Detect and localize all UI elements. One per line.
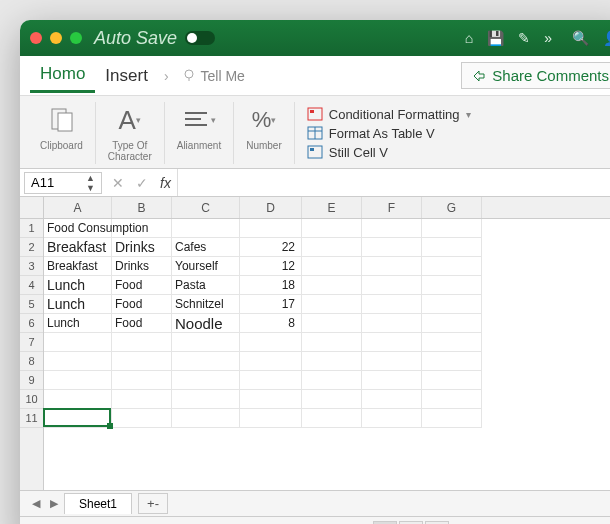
cell[interactable] <box>422 257 482 276</box>
cell[interactable] <box>240 409 302 428</box>
cell[interactable] <box>240 352 302 371</box>
cell[interactable]: Pasta <box>172 276 240 295</box>
cell[interactable]: Lunch <box>44 314 112 333</box>
page-break-view-button[interactable] <box>425 521 449 525</box>
row-header[interactable]: 10 <box>20 390 43 409</box>
cell[interactable] <box>302 257 362 276</box>
cell[interactable]: 12 <box>240 257 302 276</box>
cell[interactable]: Breakfast <box>44 238 112 257</box>
tell-me-search[interactable]: Tell Me <box>181 68 245 84</box>
user-icon[interactable]: 👤 <box>603 30 610 46</box>
cell[interactable] <box>240 333 302 352</box>
alignment-group[interactable]: ▾ Alianment <box>165 102 234 164</box>
cell[interactable] <box>362 257 422 276</box>
cell[interactable]: Food <box>112 276 172 295</box>
row-header[interactable]: 8 <box>20 352 43 371</box>
fx-label[interactable]: fx <box>154 175 177 191</box>
page-layout-view-button[interactable] <box>399 521 423 525</box>
share-button[interactable]: Share Comments <box>461 62 610 89</box>
cell[interactable] <box>172 352 240 371</box>
cell[interactable] <box>422 219 482 238</box>
cell[interactable] <box>302 219 362 238</box>
cell[interactable] <box>240 390 302 409</box>
cell[interactable] <box>302 238 362 257</box>
cell[interactable]: Yourself <box>172 257 240 276</box>
tab-insert[interactable]: Insert <box>95 60 158 92</box>
cell[interactable] <box>112 352 172 371</box>
select-all-corner[interactable] <box>20 197 43 219</box>
cell[interactable]: Breakfast <box>44 257 112 276</box>
col-header[interactable]: G <box>422 197 482 218</box>
cell[interactable]: Food <box>112 314 172 333</box>
search-icon[interactable]: 🔍 <box>572 30 589 46</box>
cell[interactable] <box>422 333 482 352</box>
close-window-button[interactable] <box>30 32 42 44</box>
autosave-toggle[interactable] <box>185 31 215 45</box>
cells-area[interactable]: Food Consumption BreakfastDrinksCafes22 … <box>44 219 610 490</box>
cell[interactable] <box>422 390 482 409</box>
cell[interactable] <box>362 295 422 314</box>
cell[interactable] <box>422 314 482 333</box>
cell[interactable]: Noodle <box>172 314 240 333</box>
maximize-window-button[interactable] <box>70 32 82 44</box>
cell[interactable]: Food <box>112 295 172 314</box>
row-header[interactable]: 4 <box>20 276 43 295</box>
col-header[interactable]: E <box>302 197 362 218</box>
edit-icon[interactable]: ✎ <box>518 30 530 46</box>
save-icon[interactable]: 💾 <box>487 30 504 46</box>
normal-view-button[interactable] <box>373 521 397 525</box>
cell[interactable] <box>302 276 362 295</box>
cell[interactable] <box>302 352 362 371</box>
cell[interactable] <box>302 371 362 390</box>
cell[interactable]: Food Consumption <box>44 219 112 238</box>
cell[interactable] <box>422 352 482 371</box>
add-sheet-button[interactable]: +- <box>138 493 168 514</box>
cell[interactable] <box>422 409 482 428</box>
cancel-formula-button[interactable]: ✕ <box>106 175 130 191</box>
cell[interactable] <box>422 276 482 295</box>
cell[interactable]: 22 <box>240 238 302 257</box>
cell[interactable] <box>362 314 422 333</box>
cell[interactable]: Cafes <box>172 238 240 257</box>
row-header[interactable]: 9 <box>20 371 43 390</box>
cell[interactable] <box>240 371 302 390</box>
row-header[interactable]: 11 <box>20 409 43 428</box>
name-box[interactable]: A11 ▲▼ <box>24 172 102 194</box>
cell[interactable] <box>302 314 362 333</box>
row-header[interactable]: 1 <box>20 219 43 238</box>
format-as-table-button[interactable]: Format As Table V <box>307 126 610 141</box>
cell[interactable] <box>172 409 240 428</box>
col-header[interactable]: D <box>240 197 302 218</box>
font-group[interactable]: A▾ Type Of Character <box>96 102 165 164</box>
row-header[interactable]: 6 <box>20 314 43 333</box>
clipboard-group[interactable]: Clipboard <box>28 102 96 164</box>
minimize-window-button[interactable] <box>50 32 62 44</box>
cell[interactable] <box>112 390 172 409</box>
col-header[interactable]: C <box>172 197 240 218</box>
cell[interactable] <box>362 371 422 390</box>
cell[interactable] <box>302 390 362 409</box>
row-header[interactable]: 3 <box>20 257 43 276</box>
prev-sheet-button[interactable]: ◀ <box>28 497 44 510</box>
cell[interactable] <box>362 409 422 428</box>
cell[interactable] <box>172 371 240 390</box>
cell[interactable]: 17 <box>240 295 302 314</box>
col-header[interactable]: F <box>362 197 422 218</box>
formula-input[interactable] <box>177 169 610 196</box>
cell[interactable]: Lunch <box>44 276 112 295</box>
cell[interactable] <box>422 295 482 314</box>
cell[interactable] <box>172 219 240 238</box>
cell[interactable] <box>422 371 482 390</box>
cell[interactable] <box>240 219 302 238</box>
cell[interactable] <box>362 333 422 352</box>
confirm-formula-button[interactable]: ✓ <box>130 175 154 191</box>
cell[interactable] <box>362 238 422 257</box>
cell[interactable] <box>112 333 172 352</box>
cell[interactable] <box>362 390 422 409</box>
cell[interactable]: 8 <box>240 314 302 333</box>
cell[interactable] <box>172 390 240 409</box>
cell[interactable] <box>112 409 172 428</box>
row-header[interactable]: 7 <box>20 333 43 352</box>
cell[interactable] <box>362 219 422 238</box>
col-header[interactable]: A <box>44 197 112 218</box>
